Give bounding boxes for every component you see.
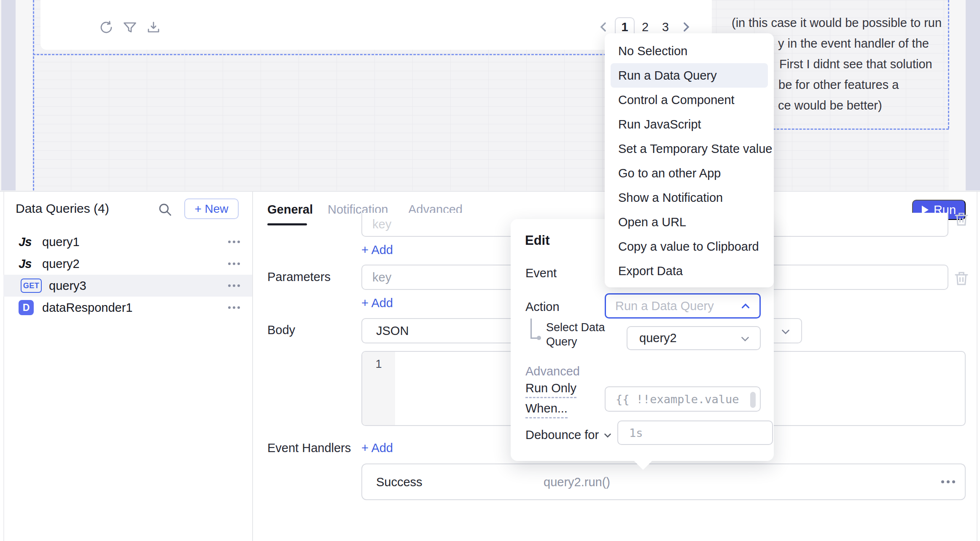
parameters-label: Parameters <box>267 270 331 284</box>
new-query-button[interactable]: + New <box>184 198 239 219</box>
body-type-value: JSON <box>376 324 409 338</box>
page-button-3[interactable]: 3 <box>657 20 674 34</box>
event-handlers-label: Event Handlers <box>267 441 351 455</box>
advanced-section-label: Advanced <box>525 364 580 378</box>
data-query-select[interactable]: query2 <box>627 326 761 350</box>
popup-title: Edit <box>525 233 550 248</box>
query-list-item-query1[interactable]: Js query1 <box>3 231 252 253</box>
event-handler-row[interactable]: Success query2.run() <box>361 463 966 500</box>
kebab-menu-icon[interactable] <box>228 262 240 265</box>
next-page-icon[interactable] <box>678 19 693 35</box>
query-label: query3 <box>49 279 86 293</box>
menu-item-run-a-data-query[interactable]: Run a Data Query <box>611 63 768 88</box>
note-text-line: be for other features a <box>778 78 899 92</box>
query-list-item-query3[interactable]: GET query3 <box>3 275 252 297</box>
note-text-line: ce would be better) <box>778 99 882 112</box>
add-event-handler-link[interactable]: + Add <box>361 441 393 455</box>
tab-general[interactable]: General <box>267 203 313 217</box>
menu-item-show-a-notification[interactable]: Show a Notification <box>605 185 774 210</box>
event-label: Event <box>525 266 557 280</box>
menu-item-export-data[interactable]: Export Data <box>605 259 774 283</box>
menu-item-control-a-component[interactable]: Control a Component <box>605 88 774 112</box>
app-screen: 1 2 3 (in this case it would be possible… <box>0 0 980 541</box>
javascript-query-icon: Js <box>19 257 31 271</box>
query-label: query2 <box>42 257 80 271</box>
menu-item-run-javascript[interactable]: Run JavaScript <box>605 112 774 137</box>
active-tab-underline <box>267 223 307 225</box>
kebab-menu-icon[interactable] <box>228 284 240 287</box>
app-canvas: 1 2 3 (in this case it would be possible… <box>0 0 980 192</box>
data-query-value: query2 <box>639 331 677 345</box>
chevron-down-icon <box>779 325 792 338</box>
javascript-query-icon: Js <box>19 235 31 249</box>
note-text-line: First I didnt see that solution <box>779 57 932 71</box>
download-icon[interactable] <box>146 20 161 35</box>
query-label: query1 <box>42 235 80 249</box>
menu-item-go-to-an-other-app[interactable]: Go to an other App <box>605 161 774 185</box>
kebab-menu-icon[interactable] <box>228 241 240 243</box>
query-list-item-query2[interactable]: Js query2 <box>3 253 252 275</box>
line-number: 1 <box>362 358 395 371</box>
chevron-up-icon <box>739 300 752 313</box>
debounce-placeholder: 1s <box>629 426 643 439</box>
prev-page-icon[interactable] <box>596 19 611 35</box>
rest-get-badge: GET <box>21 279 42 293</box>
kebab-menu-icon[interactable] <box>228 306 240 309</box>
action-select-value: Run a Data Query <box>615 299 714 313</box>
debounce-label[interactable]: Debounce for <box>525 428 613 442</box>
table-widget-selection-border-left <box>33 0 34 190</box>
delete-parameter-button[interactable] <box>953 270 970 287</box>
expression-placeholder: {{ !!example.value <box>616 393 739 406</box>
menu-item-set-a-temporary-state-value[interactable]: Set a Temporary State value <box>605 137 774 161</box>
chevron-down-icon <box>739 332 751 345</box>
query-list-item-dataresponder1[interactable]: D dataResponder1 <box>3 297 252 319</box>
handler-event: Success <box>376 475 423 489</box>
data-queries-title: Data Queries (4) <box>16 201 109 216</box>
note-text-line: (in this case it would be possible to ru… <box>732 16 942 30</box>
input-scrollbar[interactable] <box>750 392 756 408</box>
search-icon[interactable] <box>157 202 172 217</box>
dataresponder-icon: D <box>19 300 34 315</box>
text-widget-selection-border-right <box>948 0 949 129</box>
add-parameter-link[interactable]: + Add <box>361 296 393 310</box>
canvas-right-margin <box>966 0 980 190</box>
menu-item-open-a-url[interactable]: Open a URL <box>605 210 774 234</box>
menu-item-no-selection[interactable]: No Selection <box>605 39 774 63</box>
kebab-menu-icon[interactable] <box>941 480 955 483</box>
debounce-input[interactable]: 1s <box>617 420 773 445</box>
add-header-link[interactable]: + Add <box>361 243 393 257</box>
run-only-when-label: Run Only When... <box>525 381 576 418</box>
action-dropdown-menu: No Selection Run a Data Query Control a … <box>605 33 774 287</box>
sidebar-divider <box>252 192 253 541</box>
refresh-icon[interactable] <box>99 20 114 35</box>
note-text-line: y in the event handler of the <box>778 37 929 51</box>
filter-icon[interactable] <box>122 20 137 35</box>
query-label: dataResponder1 <box>42 301 132 315</box>
body-label: Body <box>267 323 295 337</box>
action-label: Action <box>525 300 560 314</box>
tree-elbow-icon <box>530 319 532 339</box>
key-placeholder: key <box>372 270 391 284</box>
key-placeholder: key <box>372 217 391 231</box>
canvas-left-margin <box>1 0 16 190</box>
run-only-when-input[interactable]: {{ !!example.value <box>605 386 761 412</box>
chevron-down-icon <box>602 430 613 441</box>
action-select[interactable]: Run a Data Query <box>605 293 761 319</box>
menu-item-copy-a-value-to-clipboard[interactable]: Copy a value to Clipboard <box>605 234 774 259</box>
select-data-query-label: Select Data Query <box>546 320 605 349</box>
delete-row-button[interactable] <box>951 213 973 232</box>
panel-border-right <box>977 192 977 541</box>
handler-action: query2.run() <box>544 475 610 489</box>
page-button-2[interactable]: 2 <box>637 20 654 34</box>
trash-icon <box>953 213 970 228</box>
